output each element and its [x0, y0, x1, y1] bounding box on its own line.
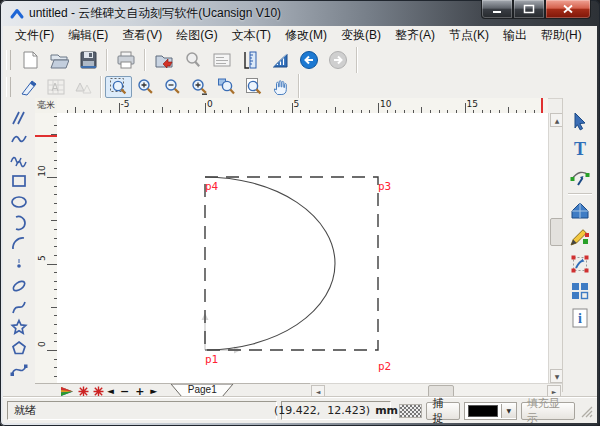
menu-text[interactable]: 文本(T) — [225, 26, 278, 45]
toolbar-grip[interactable] — [6, 77, 11, 97]
menu-help[interactable]: 帮助(H) — [534, 26, 589, 45]
redraw-icon[interactable] — [78, 386, 89, 397]
draw-toolbox — [3, 98, 36, 392]
render-3d-icon — [569, 199, 591, 221]
text-note-button[interactable] — [207, 46, 236, 74]
resize-grip-icon[interactable] — [579, 404, 593, 418]
spline-tool-button[interactable] — [6, 296, 32, 317]
pan-hand-button[interactable] — [267, 76, 294, 98]
page-tab[interactable]: Page1 — [170, 384, 234, 398]
arc-segment-tool-button[interactable] — [6, 233, 32, 254]
point-tool-button[interactable] — [6, 254, 32, 275]
prev-page-icon[interactable]: ◄ — [104, 386, 117, 396]
toolbar-separator — [106, 49, 107, 71]
menu-align[interactable]: 整齐(A) — [388, 26, 442, 45]
v-ruler: 1050 — [35, 113, 58, 383]
new-file-icon — [20, 50, 40, 70]
menu-output[interactable]: 输出 — [496, 26, 534, 45]
measure-ruler-icon — [241, 50, 261, 70]
zoom-dynamic-button[interactable] — [186, 76, 213, 98]
material-editor-button[interactable] — [566, 224, 594, 250]
zoom-object-button[interactable] — [213, 76, 240, 98]
menu-view[interactable]: 查看(V) — [115, 26, 169, 45]
protractor-button[interactable] — [265, 46, 294, 74]
text-tool-button[interactable]: T — [566, 136, 594, 162]
menu-bar: 文件(F) 编辑(E) 查看(V) 绘图(G) 文本(T) 修改(M) 变换(B… — [3, 26, 597, 46]
polyline-tool-button[interactable] — [6, 128, 32, 149]
material-editor-icon — [569, 226, 591, 248]
menu-edit[interactable]: 编辑(E) — [61, 26, 115, 45]
next-page-icon[interactable]: ► — [147, 386, 160, 396]
drawing-canvas[interactable]: p1 p2 p3 p4 — [57, 113, 548, 383]
import-button[interactable] — [149, 46, 178, 74]
refresh-icon[interactable] — [93, 386, 104, 397]
canvas-drawing — [57, 113, 548, 383]
menu-node[interactable]: 节点(K) — [442, 26, 496, 45]
menu-file[interactable]: 文件(F) — [8, 26, 61, 45]
line-icon — [9, 108, 29, 128]
grid-toggle-icon[interactable] — [399, 404, 422, 418]
client-area: 文件(F) 编辑(E) 查看(V) 绘图(G) 文本(T) 修改(M) 变换(B… — [3, 26, 597, 422]
polyline-icon — [9, 129, 29, 149]
snap-button[interactable]: 捕捉 — [426, 402, 459, 420]
point-label-p1: p1 — [205, 353, 218, 366]
new-file-button[interactable] — [15, 46, 44, 74]
zoom-in-icon — [136, 77, 155, 96]
select-tool-button[interactable] — [566, 109, 594, 135]
pan-hand-icon — [271, 77, 290, 96]
node-edit-icon — [569, 165, 591, 187]
layers-flag-icon[interactable] — [60, 386, 74, 397]
zoom-out-button[interactable] — [159, 76, 186, 98]
node-edit-tool-button[interactable] — [566, 163, 594, 189]
preview-button[interactable] — [178, 46, 207, 74]
object-info-button[interactable]: i — [566, 305, 594, 331]
window-title: untitled - 云维碑文自动刻写软件(Ucansign V10) — [29, 5, 281, 22]
block-palette-button[interactable] — [566, 278, 594, 304]
knife-tool-button[interactable] — [15, 76, 42, 98]
zoom-dynamic-icon — [190, 77, 209, 96]
vertical-scrollbar[interactable]: ▲ ▼ — [548, 113, 563, 383]
rotated-ellipse-tool-button[interactable] — [6, 275, 32, 296]
zoom-page-button[interactable] — [240, 76, 267, 98]
zoom-in-button[interactable] — [132, 76, 159, 98]
rotated-ellipse-icon — [9, 276, 29, 296]
polygon-tool-button[interactable] — [6, 338, 32, 359]
toolbar-grip[interactable] — [6, 50, 11, 70]
render-3d-button[interactable] — [566, 197, 594, 223]
h-ruler-label: -5 — [121, 99, 130, 109]
star-tool-button[interactable] — [6, 317, 32, 338]
arc-tool-button[interactable] — [6, 212, 32, 233]
minimize-button[interactable] — [481, 0, 513, 19]
close-button[interactable] — [545, 0, 591, 19]
ellipse-tool-button[interactable] — [6, 191, 32, 212]
menu-transform[interactable]: 变换(B) — [334, 26, 388, 45]
polygon-icon — [9, 339, 29, 359]
line-tool-button[interactable] — [6, 107, 32, 128]
save-file-button[interactable] — [73, 46, 102, 74]
array-tool-icon — [46, 77, 66, 97]
print-button[interactable] — [111, 46, 140, 74]
zoom-window-icon — [109, 77, 128, 96]
chevron-down-icon[interactable]: ▼ — [501, 404, 516, 418]
bezier-node-tool-button[interactable] — [6, 359, 32, 380]
menu-draw[interactable]: 绘图(G) — [169, 26, 224, 45]
add-page-icon[interactable]: + — [132, 385, 147, 398]
transform-object-button[interactable] — [566, 251, 594, 277]
zoom-page-icon — [244, 77, 263, 96]
measure-ruler-button[interactable] — [236, 46, 265, 74]
zoom-window-button[interactable] — [105, 76, 132, 98]
forward-button[interactable] — [323, 46, 352, 74]
maximize-button[interactable] — [513, 0, 545, 19]
multi-curve-tool-button[interactable] — [6, 149, 32, 170]
arc-icon — [9, 213, 29, 233]
rectangle-tool-button[interactable] — [6, 170, 32, 191]
pen-color-selector[interactable]: ▼ — [464, 402, 517, 420]
arc-segment-icon — [9, 234, 29, 254]
import-icon — [154, 50, 174, 70]
open-file-button[interactable] — [44, 46, 73, 74]
remove-page-icon[interactable]: − — [117, 385, 132, 398]
back-button[interactable] — [294, 46, 323, 74]
menu-modify[interactable]: 修改(M) — [278, 26, 334, 45]
status-coordinates: (19.422, 12.423) mm — [281, 401, 391, 420]
point-label-p4: p4 — [205, 180, 218, 193]
